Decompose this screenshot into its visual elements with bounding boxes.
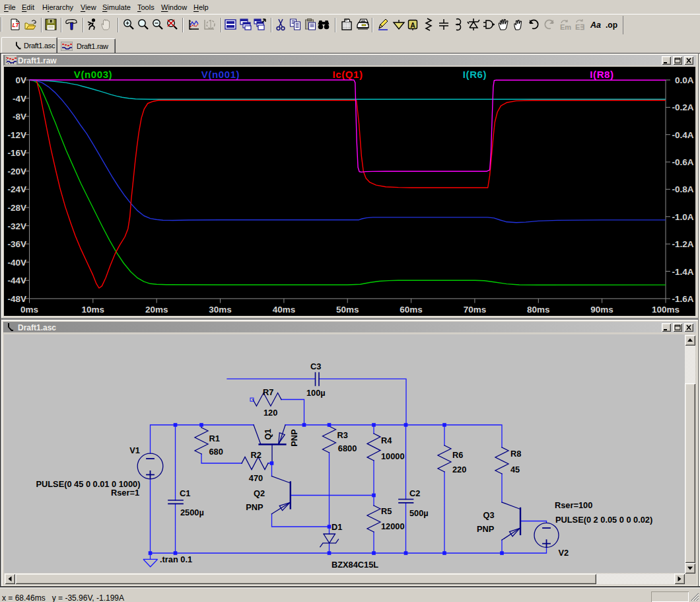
svg-text:Em: Em — [560, 23, 571, 31]
svg-text:C1: C1 — [180, 488, 190, 498]
svg-text:680: 680 — [209, 447, 223, 457]
svg-text:R7: R7 — [263, 387, 273, 397]
svg-text:-0.4A: -0.4A — [672, 130, 693, 140]
svg-text:R3: R3 — [337, 430, 348, 440]
svg-text:C2: C2 — [409, 488, 420, 498]
svg-text:-32V: -32V — [7, 221, 26, 231]
svg-text:A: A — [410, 22, 415, 29]
svg-text:V(n001): V(n001) — [201, 69, 240, 80]
svg-text:120: 120 — [263, 408, 277, 418]
svg-text:Rser=100: Rser=100 — [555, 500, 592, 510]
svg-text:-1.0A: -1.0A — [672, 212, 693, 222]
svg-text:Ic(Q1): Ic(Q1) — [332, 69, 363, 80]
svg-text:-0.2A: -0.2A — [672, 102, 693, 112]
svg-text:470: 470 — [249, 473, 263, 483]
svg-text:40ms: 40ms — [273, 305, 296, 315]
svg-text:I(R6): I(R6) — [463, 69, 487, 80]
svg-text:R8: R8 — [510, 449, 521, 459]
svg-text:500µ: 500µ — [409, 508, 429, 518]
svg-text:10ms: 10ms — [82, 305, 105, 315]
svg-text:10000: 10000 — [381, 451, 405, 461]
svg-text:-16V: -16V — [7, 148, 26, 158]
svg-text:R4: R4 — [381, 435, 392, 445]
svg-text:100ms: 100ms — [652, 305, 680, 315]
svg-text:Q2: Q2 — [254, 488, 265, 498]
svg-text:PNP: PNP — [477, 524, 495, 534]
svg-text:90ms: 90ms — [590, 305, 613, 315]
svg-text:-24V: -24V — [7, 184, 26, 194]
svg-text:-0.6A: -0.6A — [672, 157, 693, 167]
svg-text:-48V: -48V — [7, 294, 26, 304]
svg-text:60ms: 60ms — [400, 305, 423, 315]
svg-text:100µ: 100µ — [306, 388, 326, 398]
svg-text:PNP: PNP — [290, 429, 300, 447]
svg-text:0ms: 0ms — [20, 305, 38, 315]
svg-text:-40V: -40V — [7, 258, 26, 268]
svg-text:D1: D1 — [332, 522, 342, 532]
svg-text:-8V: -8V — [13, 112, 26, 122]
svg-text:220: 220 — [452, 465, 466, 474]
svg-text:R2: R2 — [251, 450, 262, 460]
svg-text:R1: R1 — [209, 433, 220, 443]
svg-text:20ms: 20ms — [145, 305, 168, 315]
svg-text:12000: 12000 — [381, 521, 405, 531]
svg-text:Aa: Aa — [590, 20, 601, 30]
svg-text:PULSE(0 2 0.05 0 0 0.02): PULSE(0 2 0.05 0 0 0.02) — [555, 515, 652, 525]
svg-text:0V: 0V — [15, 75, 26, 85]
svg-text:30ms: 30ms — [209, 305, 232, 315]
svg-text:PNP: PNP — [246, 502, 263, 512]
svg-text:.tran 0.1: .tran 0.1 — [160, 554, 192, 564]
svg-text:LT: LT — [13, 22, 20, 28]
svg-text:R6: R6 — [452, 450, 463, 460]
svg-text:-0.8A: -0.8A — [672, 184, 693, 194]
svg-text:Q3: Q3 — [483, 510, 495, 520]
svg-text:-36V: -36V — [7, 239, 26, 249]
svg-text:-1.6A: -1.6A — [672, 294, 693, 304]
svg-text:-12V: -12V — [7, 130, 26, 140]
svg-text:-20V: -20V — [7, 167, 26, 176]
svg-text:70ms: 70ms — [464, 305, 487, 315]
svg-text:R5: R5 — [381, 506, 392, 516]
svg-text:V1: V1 — [129, 445, 140, 455]
svg-text:Rser=1: Rser=1 — [111, 488, 139, 498]
svg-text:6800: 6800 — [338, 443, 357, 453]
svg-text:-44V: -44V — [7, 276, 26, 285]
svg-text:.op: .op — [606, 20, 617, 30]
svg-text:I(R8): I(R8) — [590, 69, 613, 80]
svg-text:-1.4A: -1.4A — [672, 267, 693, 277]
svg-text:45: 45 — [510, 465, 520, 474]
svg-text:V2: V2 — [558, 548, 569, 558]
svg-text:-28V: -28V — [7, 203, 26, 213]
svg-text:V(n003): V(n003) — [74, 69, 112, 80]
svg-text:-1.2A: -1.2A — [672, 239, 693, 249]
svg-text:2500µ: 2500µ — [180, 508, 204, 517]
svg-text:0.0A: 0.0A — [675, 75, 694, 85]
svg-text:E∃: E∃ — [575, 23, 584, 31]
svg-text:C3: C3 — [310, 361, 321, 371]
svg-text:50ms: 50ms — [336, 305, 359, 315]
svg-text:BZX84C15L: BZX84C15L — [332, 560, 378, 570]
svg-text:Q1: Q1 — [263, 429, 273, 440]
svg-text:80ms: 80ms — [527, 305, 550, 315]
svg-text:-4V: -4V — [13, 94, 26, 104]
